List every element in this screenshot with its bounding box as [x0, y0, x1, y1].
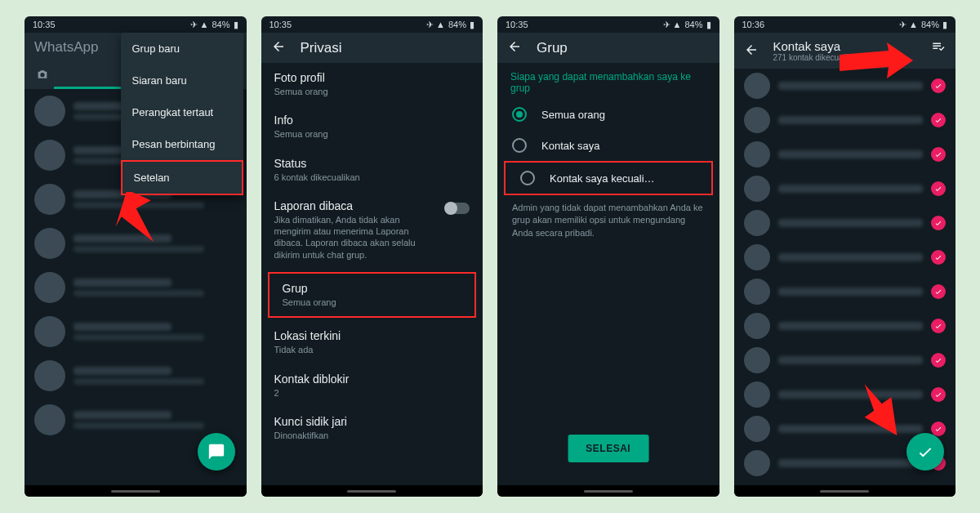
page-title: Privasi: [301, 40, 342, 56]
chat-row[interactable]: [24, 265, 247, 310]
menu-item-broadcast[interactable]: Siaran baru: [121, 65, 243, 96]
check-icon[interactable]: [931, 284, 946, 299]
status-time: 10:36: [742, 20, 765, 29]
item-fingerprint[interactable]: Kunci sidik jari Dinonaktifkan: [261, 407, 483, 449]
avatar: [744, 416, 770, 442]
back-icon[interactable]: [744, 42, 759, 60]
battery-icon: ▮: [234, 20, 238, 30]
avatar: [34, 140, 65, 171]
battery-icon: ▮: [470, 20, 474, 30]
check-icon[interactable]: [931, 353, 946, 368]
battery-icon: ▮: [942, 20, 947, 30]
toggle-switch[interactable]: [445, 203, 470, 214]
contact-name: [778, 253, 924, 261]
nav-bar: [734, 485, 956, 497]
option-contacts-except[interactable]: Kontak saya kecuali…: [504, 161, 713, 195]
check-icon[interactable]: [931, 181, 946, 196]
status-time: 10:35: [270, 20, 292, 29]
avatar: [744, 347, 770, 373]
check-icon[interactable]: [931, 147, 946, 162]
check-icon[interactable]: [931, 78, 946, 93]
annotation-arrow: [840, 42, 913, 83]
radio-icon: [520, 171, 535, 185]
screen-privacy: 10:35 ✈ ▲84%▮ Privasi Foto profil Semua …: [261, 16, 483, 497]
contact-row[interactable]: [734, 309, 956, 343]
svg-marker-0: [107, 192, 155, 249]
annotation-arrow: [90, 192, 155, 249]
back-icon[interactable]: [271, 39, 286, 56]
contact-row[interactable]: [734, 274, 956, 309]
chat-row[interactable]: [24, 354, 247, 398]
avatar: [744, 313, 770, 339]
check-icon[interactable]: [931, 250, 946, 265]
status-time: 10:35: [33, 20, 56, 29]
item-info[interactable]: Info Semua orang: [261, 105, 483, 148]
avatar: [744, 141, 770, 167]
check-icon[interactable]: [931, 216, 946, 230]
contact-row[interactable]: [734, 206, 956, 240]
app-title: WhatsApp: [34, 39, 98, 56]
menu-item-new-group[interactable]: Grup baru: [121, 33, 243, 65]
done-button[interactable]: SELESAI: [568, 435, 648, 462]
item-groups[interactable]: Grup Semua orang: [268, 272, 477, 318]
contact-row[interactable]: [734, 377, 956, 412]
screen-group-privacy: 10:35 ✈ ▲84%▮ Grup Siapa yang dapat mena…: [497, 16, 719, 497]
back-icon[interactable]: [507, 39, 522, 56]
option-everyone[interactable]: Semua orang: [497, 99, 719, 130]
radio-icon: [512, 138, 527, 153]
status-bar: 10:35 ✈ ▲84%▮: [497, 16, 719, 33]
contact-row[interactable]: [734, 240, 956, 274]
contact-name: [778, 150, 924, 158]
menu-item-settings[interactable]: Setelan: [121, 160, 243, 195]
camera-icon[interactable]: [31, 68, 54, 83]
nav-bar: [24, 485, 247, 497]
svg-marker-2: [857, 384, 905, 435]
avatar: [744, 73, 770, 99]
avatar: [744, 107, 770, 133]
group-options: Siapa yang dapat menambahkan saya ke gru…: [497, 63, 719, 485]
item-live-location[interactable]: Lokasi terkini Tidak ada: [261, 321, 483, 364]
screen-contacts-except: 10:36 ✈ ▲84%▮ Kontak saya 271 kontak dik…: [734, 16, 956, 497]
app-bar: Privasi: [261, 33, 483, 63]
check-icon[interactable]: [931, 113, 946, 127]
item-read-receipts[interactable]: Laporan dibaca Jika dimatikan, Anda tida…: [261, 191, 483, 269]
contact-row[interactable]: [734, 172, 956, 206]
check-icon[interactable]: [931, 387, 946, 402]
option-my-contacts[interactable]: Kontak saya: [497, 130, 719, 161]
new-chat-fab[interactable]: [198, 433, 235, 471]
status-time: 10:35: [506, 20, 528, 29]
section-title: Siapa yang dapat menambahkan saya ke gru…: [497, 63, 719, 99]
avatar: [34, 228, 65, 259]
status-bar: 10:35 ✈ ▲ 84% ▮: [24, 16, 247, 33]
annotation-arrow: [856, 384, 913, 441]
contact-name: [778, 185, 924, 193]
contact-row[interactable]: [734, 137, 956, 172]
select-all-icon[interactable]: [931, 39, 946, 56]
chat-row[interactable]: [24, 310, 247, 354]
app-bar: Grup: [497, 33, 719, 63]
menu-item-linked-devices[interactable]: Perangkat tertaut: [121, 96, 243, 128]
contact-row[interactable]: [734, 343, 956, 377]
avatar: [34, 404, 65, 435]
helper-text: Admin yang tidak dapat menambahkan Anda …: [497, 195, 719, 246]
avatar: [34, 272, 65, 303]
contact-row[interactable]: [734, 103, 956, 137]
item-status[interactable]: Status 6 kontak dikecualikan: [261, 149, 483, 191]
item-blocked[interactable]: Kontak diblokir 2: [261, 364, 483, 407]
svg-marker-1: [840, 42, 913, 78]
radio-icon: [512, 107, 527, 122]
menu-item-starred[interactable]: Pesan berbintang: [121, 128, 243, 160]
avatar: [744, 244, 770, 270]
screen-whatsapp-main: 10:35 ✈ ▲ 84% ▮ WhatsApp CHAT Grup baru …: [24, 16, 247, 497]
contact-name: [778, 322, 924, 330]
avatar: [34, 184, 65, 215]
nav-bar: [497, 485, 719, 497]
item-profile-photo[interactable]: Foto profil Semua orang: [261, 63, 483, 105]
contact-name: [778, 219, 924, 227]
contact-list: [734, 69, 956, 485]
check-icon[interactable]: [931, 319, 946, 333]
avatar: [34, 360, 65, 391]
page-title: Grup: [537, 40, 568, 56]
contact-name: [778, 288, 924, 296]
avatar: [744, 176, 770, 202]
